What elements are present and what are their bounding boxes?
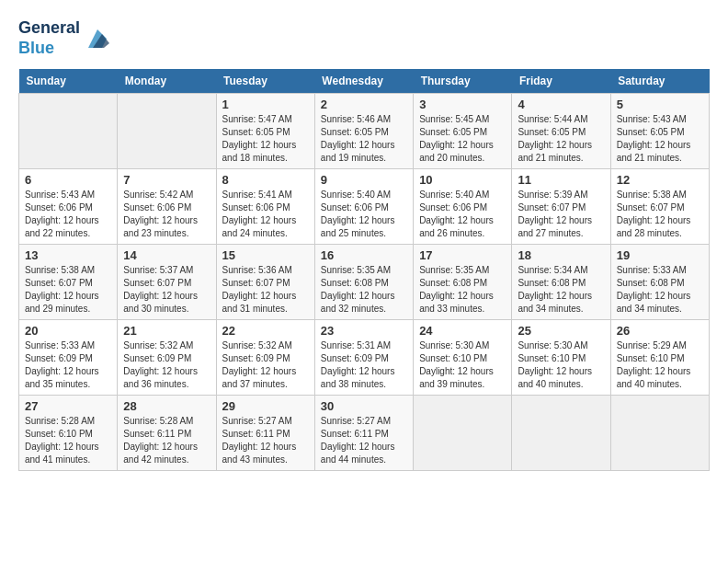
day-number: 3 [419, 98, 506, 111]
calendar-cell: 16Sunrise: 5:35 AMSunset: 6:08 PMDayligh… [314, 245, 413, 320]
calendar-cell: 13Sunrise: 5:38 AMSunset: 6:07 PMDayligh… [19, 245, 118, 320]
calendar-cell: 7Sunrise: 5:42 AMSunset: 6:06 PMDaylight… [118, 169, 216, 245]
day-number: 5 [617, 98, 703, 111]
day-info: Sunrise: 5:34 AMSunset: 6:08 PMDaylight:… [518, 264, 604, 316]
day-number: 18 [518, 248, 604, 262]
day-info: Sunrise: 5:44 AMSunset: 6:05 PMDaylight:… [518, 113, 604, 165]
weekday-header: Tuesday [216, 69, 314, 94]
day-number: 8 [222, 173, 309, 187]
calendar-cell: 26Sunrise: 5:29 AMSunset: 6:10 PMDayligh… [610, 320, 709, 396]
calendar-cell: 15Sunrise: 5:36 AMSunset: 6:07 PMDayligh… [216, 245, 314, 320]
weekday-header: Sunday [19, 69, 118, 94]
day-number: 9 [321, 173, 407, 187]
day-number: 16 [321, 248, 407, 262]
calendar-cell: 22Sunrise: 5:32 AMSunset: 6:09 PMDayligh… [216, 320, 314, 396]
calendar-cell: 4Sunrise: 5:44 AMSunset: 6:05 PMDaylight… [512, 94, 610, 169]
day-info: Sunrise: 5:42 AMSunset: 6:06 PMDaylight:… [123, 189, 210, 240]
day-info: Sunrise: 5:43 AMSunset: 6:05 PMDaylight:… [617, 113, 703, 165]
day-number: 22 [222, 324, 309, 338]
weekday-header: Friday [512, 69, 610, 94]
weekday-header: Saturday [610, 69, 709, 94]
calendar-cell: 17Sunrise: 5:35 AMSunset: 6:08 PMDayligh… [414, 245, 512, 320]
calendar-cell: 27Sunrise: 5:28 AMSunset: 6:10 PMDayligh… [19, 396, 118, 471]
calendar-cell: 18Sunrise: 5:34 AMSunset: 6:08 PMDayligh… [512, 245, 610, 320]
day-info: Sunrise: 5:45 AMSunset: 6:05 PMDaylight:… [419, 113, 506, 165]
calendar-cell: 11Sunrise: 5:39 AMSunset: 6:07 PMDayligh… [512, 169, 610, 245]
weekday-header: Thursday [414, 69, 512, 94]
day-number: 12 [617, 173, 703, 187]
day-info: Sunrise: 5:38 AMSunset: 6:07 PMDaylight:… [25, 264, 111, 316]
day-number: 11 [518, 173, 604, 187]
day-number: 20 [25, 324, 111, 338]
calendar-cell: 14Sunrise: 5:37 AMSunset: 6:07 PMDayligh… [118, 245, 216, 320]
day-number: 7 [123, 173, 210, 187]
day-info: Sunrise: 5:27 AMSunset: 6:11 PMDaylight:… [222, 415, 309, 466]
calendar-cell: 8Sunrise: 5:41 AMSunset: 6:06 PMDaylight… [216, 169, 314, 245]
day-number: 15 [222, 248, 309, 262]
day-info: Sunrise: 5:32 AMSunset: 6:09 PMDaylight:… [123, 339, 210, 391]
calendar-header-row: SundayMondayTuesdayWednesdayThursdayFrid… [19, 69, 710, 94]
day-number: 6 [25, 173, 111, 187]
calendar-cell: 3Sunrise: 5:45 AMSunset: 6:05 PMDaylight… [414, 94, 512, 169]
calendar-table: SundayMondayTuesdayWednesdayThursdayFrid… [18, 69, 710, 471]
day-info: Sunrise: 5:38 AMSunset: 6:07 PMDaylight:… [617, 189, 703, 240]
calendar-cell: 9Sunrise: 5:40 AMSunset: 6:06 PMDaylight… [314, 169, 413, 245]
day-info: Sunrise: 5:46 AMSunset: 6:05 PMDaylight:… [321, 113, 407, 165]
day-info: Sunrise: 5:28 AMSunset: 6:11 PMDaylight:… [123, 415, 210, 466]
day-number: 1 [222, 98, 309, 111]
day-info: Sunrise: 5:30 AMSunset: 6:10 PMDaylight:… [518, 339, 604, 391]
calendar-cell: 2Sunrise: 5:46 AMSunset: 6:05 PMDaylight… [314, 94, 413, 169]
calendar-cell: 21Sunrise: 5:32 AMSunset: 6:09 PMDayligh… [118, 320, 216, 396]
calendar-cell: 28Sunrise: 5:28 AMSunset: 6:11 PMDayligh… [118, 396, 216, 471]
day-number: 21 [123, 324, 210, 338]
calendar-cell: 25Sunrise: 5:30 AMSunset: 6:10 PMDayligh… [512, 320, 610, 396]
day-number: 14 [123, 248, 210, 262]
day-number: 27 [25, 399, 111, 413]
day-info: Sunrise: 5:31 AMSunset: 6:09 PMDaylight:… [321, 339, 407, 391]
calendar-week-row: 1Sunrise: 5:47 AMSunset: 6:05 PMDaylight… [19, 94, 710, 169]
calendar-week-row: 27Sunrise: 5:28 AMSunset: 6:10 PMDayligh… [19, 396, 710, 471]
calendar-week-row: 6Sunrise: 5:43 AMSunset: 6:06 PMDaylight… [19, 169, 710, 245]
logo: GeneralBlue [18, 18, 111, 58]
day-info: Sunrise: 5:40 AMSunset: 6:06 PMDaylight:… [419, 189, 506, 240]
day-info: Sunrise: 5:35 AMSunset: 6:08 PMDaylight:… [419, 264, 506, 316]
day-info: Sunrise: 5:33 AMSunset: 6:08 PMDaylight:… [617, 264, 703, 316]
logo-text: GeneralBlue [18, 18, 80, 58]
calendar-cell: 10Sunrise: 5:40 AMSunset: 6:06 PMDayligh… [414, 169, 512, 245]
weekday-header: Wednesday [314, 69, 413, 94]
calendar-cell: 6Sunrise: 5:43 AMSunset: 6:06 PMDaylight… [19, 169, 118, 245]
day-info: Sunrise: 5:28 AMSunset: 6:10 PMDaylight:… [25, 415, 111, 466]
day-number: 29 [222, 399, 309, 413]
calendar-cell: 12Sunrise: 5:38 AMSunset: 6:07 PMDayligh… [610, 169, 709, 245]
calendar-cell [512, 396, 610, 471]
calendar-cell [610, 396, 709, 471]
day-info: Sunrise: 5:32 AMSunset: 6:09 PMDaylight:… [222, 339, 309, 391]
calendar-cell: 19Sunrise: 5:33 AMSunset: 6:08 PMDayligh… [610, 245, 709, 320]
calendar-cell [414, 396, 512, 471]
calendar-cell: 29Sunrise: 5:27 AMSunset: 6:11 PMDayligh… [216, 396, 314, 471]
day-info: Sunrise: 5:47 AMSunset: 6:05 PMDaylight:… [222, 113, 309, 165]
day-number: 24 [419, 324, 506, 338]
day-number: 28 [123, 399, 210, 413]
day-info: Sunrise: 5:27 AMSunset: 6:11 PMDaylight:… [321, 415, 407, 466]
calendar-cell [118, 94, 216, 169]
day-info: Sunrise: 5:37 AMSunset: 6:07 PMDaylight:… [123, 264, 210, 316]
day-number: 17 [419, 248, 506, 262]
calendar-cell: 1Sunrise: 5:47 AMSunset: 6:05 PMDaylight… [216, 94, 314, 169]
day-info: Sunrise: 5:33 AMSunset: 6:09 PMDaylight:… [25, 339, 111, 391]
calendar-cell: 23Sunrise: 5:31 AMSunset: 6:09 PMDayligh… [314, 320, 413, 396]
day-info: Sunrise: 5:29 AMSunset: 6:10 PMDaylight:… [617, 339, 703, 391]
calendar-week-row: 20Sunrise: 5:33 AMSunset: 6:09 PMDayligh… [19, 320, 710, 396]
calendar-cell: 20Sunrise: 5:33 AMSunset: 6:09 PMDayligh… [19, 320, 118, 396]
calendar-cell: 24Sunrise: 5:30 AMSunset: 6:10 PMDayligh… [414, 320, 512, 396]
day-info: Sunrise: 5:43 AMSunset: 6:06 PMDaylight:… [25, 189, 111, 240]
day-number: 19 [617, 248, 703, 262]
day-number: 2 [321, 98, 407, 111]
day-info: Sunrise: 5:36 AMSunset: 6:07 PMDaylight:… [222, 264, 309, 316]
logo-icon [84, 25, 111, 52]
calendar-cell [19, 94, 118, 169]
day-number: 23 [321, 324, 407, 338]
day-number: 25 [518, 324, 604, 338]
weekday-header: Monday [118, 69, 216, 94]
day-number: 4 [518, 98, 604, 111]
